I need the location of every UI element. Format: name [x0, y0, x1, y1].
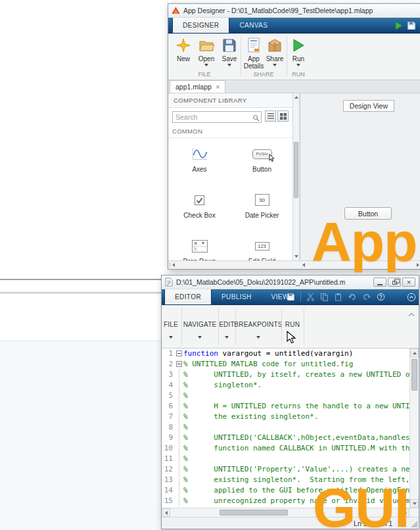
ribbon-group-breakpoints[interactable]: BREAKPOINTS [237, 305, 280, 348]
minimize-button[interactable] [373, 277, 386, 287]
quick-save-icon[interactable] [287, 293, 295, 301]
fold-collapse-icon[interactable] [176, 350, 182, 356]
code-lines[interactable]: 1function varargout = untitled(varargin)… [162, 349, 409, 508]
editor-titlebar[interactable]: D:\01_MatlabCode\05_Doku\20191022_APP\un… [162, 276, 419, 289]
dropdown-arrow-icon[interactable] [198, 336, 202, 339]
resize-grip[interactable] [411, 521, 417, 527]
fold-collapse-icon[interactable] [176, 361, 182, 367]
line-number: 13 [162, 475, 175, 485]
component-edit-field[interactable]: 123 Edit Field [231, 230, 293, 260]
save-button[interactable]: Save [218, 37, 241, 66]
paste-icon[interactable] [334, 293, 342, 301]
chevron-down-icon [201, 242, 204, 244]
group-label: NAVIGATE [183, 321, 217, 328]
scroll-down-icon[interactable] [294, 255, 298, 258]
search-icon [252, 112, 260, 124]
scroll-left-icon[interactable] [302, 263, 305, 267]
editor-vscrollbar[interactable] [409, 349, 419, 508]
new-icon [175, 37, 192, 54]
ribbon-separator [241, 37, 241, 76]
new-button[interactable]: New [172, 37, 195, 62]
app-designer-hscrollbar[interactable] [168, 260, 420, 269]
ribbon-group-file[interactable]: FILE [162, 305, 180, 348]
dropdown-arrow-icon[interactable] [169, 336, 173, 339]
component-drop-down[interactable]: a b Drop Down [168, 230, 231, 260]
ribbon-separator [287, 37, 287, 76]
dropdown-arrow-icon[interactable] [256, 336, 260, 339]
undo-icon[interactable] [348, 293, 357, 301]
ribbon-group-edit[interactable]: EDIT [220, 305, 234, 348]
minimize-icon [377, 284, 383, 285]
fold-column[interactable] [175, 349, 183, 359]
scroll-right-button[interactable] [401, 508, 409, 517]
scroll-up-icon[interactable] [294, 96, 298, 99]
copy-icon[interactable] [320, 293, 329, 301]
line-number: 6 [162, 401, 175, 412]
tab-canvas[interactable]: CANVAS [229, 18, 277, 33]
component-search-row [168, 108, 292, 125]
scroll-down-button[interactable] [410, 499, 419, 508]
code-line: 13% existing singleton*. Starting from t… [162, 475, 409, 485]
code-line: 9% UNTITLED('CALLBACK',hObject,eventData… [162, 433, 409, 443]
scroll-down-icon [413, 502, 417, 505]
line-number: 1 [162, 349, 175, 359]
tab-publish[interactable]: PUBLISH [212, 289, 262, 304]
ribbon-collapse-icon[interactable] [408, 308, 415, 320]
close-icon: × [407, 279, 411, 286]
open-button[interactable]: Open [195, 37, 218, 66]
scroll-right-icon[interactable] [417, 263, 419, 267]
tab-editor[interactable]: EDITOR [164, 289, 212, 304]
code-text: % [183, 391, 188, 401]
redo-icon[interactable] [362, 293, 371, 301]
code-line: 4% singleton*. [162, 380, 409, 391]
dropdown-arrow-icon[interactable] [225, 336, 229, 339]
quick-save-icon[interactable] [407, 21, 416, 30]
list-view-button[interactable] [265, 110, 276, 122]
tab-designer[interactable]: DESIGNER [172, 18, 229, 33]
grid-view-button[interactable] [277, 110, 289, 122]
scroll-left-button[interactable] [162, 508, 170, 517]
editor-hscrollbar[interactable] [162, 508, 419, 517]
help-icon[interactable] [377, 293, 385, 301]
share-button[interactable]: Share [263, 37, 287, 66]
component-button[interactable]: PUSH Button [231, 138, 293, 184]
restore-button[interactable] [388, 277, 401, 287]
close-icon[interactable]: × [216, 84, 220, 91]
component-library-scrollbar[interactable] [293, 93, 300, 260]
background-window-edge [0, 279, 161, 280]
editor-status-bar: Ln 1 Col 1 [162, 517, 419, 529]
open-dropdown-icon[interactable] [204, 64, 208, 66]
component-search-input[interactable] [172, 111, 262, 123]
component-check-box[interactable]: Check Box [168, 184, 231, 230]
code-text: % UNTITLED MATLAB code for untitled.fig [183, 359, 353, 370]
cut-icon[interactable] [306, 293, 315, 301]
dropdown-arrow-icon[interactable] [291, 336, 294, 339]
code-editor[interactable]: 1function varargout = untitled(varargin)… [162, 349, 419, 508]
canvas-button-widget[interactable]: Button [344, 207, 392, 220]
code-text: % unrecognized property name or invalid … [183, 496, 409, 506]
scrollbar-thumb[interactable] [411, 359, 417, 391]
design-canvas[interactable]: Design View Button [300, 93, 420, 260]
ribbon-group-run[interactable]: RUN [283, 305, 302, 348]
scrollbar-thumb[interactable] [220, 510, 288, 516]
share-dropdown-icon[interactable] [273, 64, 277, 66]
app-designer-titlebar[interactable]: App Designer - D:\01_MatlabCode\99_TestD… [168, 4, 420, 18]
close-button[interactable]: × [402, 277, 415, 287]
ribbon-group-navigate[interactable]: NAVIGATE [183, 305, 217, 348]
app-details-button[interactable]: App Details [242, 37, 266, 70]
run-dropdown-icon[interactable] [296, 64, 300, 66]
scroll-up-button[interactable] [410, 349, 419, 357]
library-view-buttons [265, 110, 289, 122]
component-date-picker[interactable]: 30 Date Picker [231, 184, 293, 230]
component-axes[interactable]: Axes [168, 138, 231, 184]
document-tab-app1[interactable]: app1.mlapp × [170, 80, 225, 93]
toolstrip-collapse-icon[interactable] [407, 293, 416, 302]
scroll-left-icon[interactable] [172, 263, 175, 267]
scroll-right-icon [404, 511, 407, 515]
save-dropdown-icon[interactable] [227, 64, 231, 66]
design-view-button[interactable]: Design View [343, 100, 394, 112]
code-text: % [183, 454, 188, 464]
quick-run-icon[interactable] [394, 21, 404, 30]
scrollbar-thumb[interactable] [294, 142, 298, 198]
run-button[interactable]: Run [288, 37, 309, 66]
